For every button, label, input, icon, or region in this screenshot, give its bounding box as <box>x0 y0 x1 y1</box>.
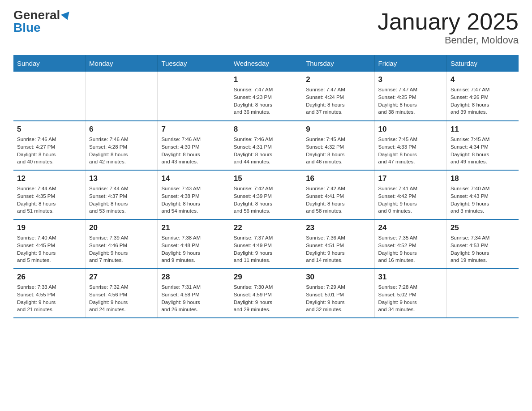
day-number: 30 <box>306 273 370 282</box>
day-info: Sunrise: 7:47 AM Sunset: 4:26 PM Dayligh… <box>450 86 515 116</box>
calendar-cell: 29Sunrise: 7:30 AM Sunset: 4:59 PM Dayli… <box>230 269 302 318</box>
day-number: 11 <box>450 125 515 134</box>
calendar-cell: 18Sunrise: 7:40 AM Sunset: 4:43 PM Dayli… <box>446 170 519 219</box>
calendar-week-row: 19Sunrise: 7:40 AM Sunset: 4:45 PM Dayli… <box>13 219 519 269</box>
day-info: Sunrise: 7:46 AM Sunset: 4:30 PM Dayligh… <box>161 136 226 166</box>
day-number: 6 <box>89 125 154 134</box>
header-day-friday: Friday <box>374 55 446 72</box>
day-number: 5 <box>17 125 82 134</box>
calendar-cell: 30Sunrise: 7:29 AM Sunset: 5:01 PM Dayli… <box>302 269 374 318</box>
day-number: 19 <box>17 223 82 232</box>
calendar-cell: 15Sunrise: 7:42 AM Sunset: 4:39 PM Dayli… <box>230 170 302 219</box>
logo: General Blue <box>13 9 71 34</box>
day-info: Sunrise: 7:37 AM Sunset: 4:49 PM Dayligh… <box>234 234 298 264</box>
day-info: Sunrise: 7:43 AM Sunset: 4:38 PM Dayligh… <box>161 185 226 215</box>
day-info: Sunrise: 7:33 AM Sunset: 4:55 PM Dayligh… <box>17 283 82 313</box>
header-day-saturday: Saturday <box>446 55 519 72</box>
calendar-cell: 17Sunrise: 7:41 AM Sunset: 4:42 PM Dayli… <box>374 170 446 219</box>
day-info: Sunrise: 7:36 AM Sunset: 4:51 PM Dayligh… <box>306 234 370 264</box>
day-number: 25 <box>450 223 515 232</box>
day-number: 29 <box>234 273 298 282</box>
calendar-cell: 12Sunrise: 7:44 AM Sunset: 4:35 PM Dayli… <box>13 170 86 219</box>
day-info: Sunrise: 7:29 AM Sunset: 5:01 PM Dayligh… <box>306 283 370 313</box>
calendar-cell: 31Sunrise: 7:28 AM Sunset: 5:02 PM Dayli… <box>374 269 446 318</box>
calendar-cell: 14Sunrise: 7:43 AM Sunset: 4:38 PM Dayli… <box>158 170 230 219</box>
day-info: Sunrise: 7:47 AM Sunset: 4:24 PM Dayligh… <box>306 86 370 116</box>
calendar-cell: 13Sunrise: 7:44 AM Sunset: 4:37 PM Dayli… <box>86 170 158 219</box>
calendar-week-row: 26Sunrise: 7:33 AM Sunset: 4:55 PM Dayli… <box>13 269 519 318</box>
day-number: 14 <box>161 174 226 183</box>
calendar-cell: 21Sunrise: 7:38 AM Sunset: 4:48 PM Dayli… <box>158 219 230 269</box>
day-info: Sunrise: 7:46 AM Sunset: 4:27 PM Dayligh… <box>17 136 82 166</box>
day-info: Sunrise: 7:38 AM Sunset: 4:48 PM Dayligh… <box>161 234 226 264</box>
calendar-cell: 2Sunrise: 7:47 AM Sunset: 4:24 PM Daylig… <box>302 72 374 121</box>
header-day-monday: Monday <box>86 55 158 72</box>
day-info: Sunrise: 7:35 AM Sunset: 4:52 PM Dayligh… <box>378 234 443 264</box>
day-number: 9 <box>306 125 370 134</box>
day-info: Sunrise: 7:41 AM Sunset: 4:42 PM Dayligh… <box>378 185 443 215</box>
day-info: Sunrise: 7:44 AM Sunset: 4:35 PM Dayligh… <box>17 185 82 215</box>
day-info: Sunrise: 7:40 AM Sunset: 4:45 PM Dayligh… <box>17 234 82 264</box>
calendar-cell: 4Sunrise: 7:47 AM Sunset: 4:26 PM Daylig… <box>446 72 519 121</box>
header-day-wednesday: Wednesday <box>230 55 302 72</box>
day-number: 2 <box>306 75 370 84</box>
day-info: Sunrise: 7:42 AM Sunset: 4:39 PM Dayligh… <box>234 185 298 215</box>
header-day-sunday: Sunday <box>13 55 86 72</box>
calendar-cell <box>86 72 158 121</box>
day-number: 12 <box>17 174 82 183</box>
day-number: 17 <box>378 174 443 183</box>
day-info: Sunrise: 7:40 AM Sunset: 4:43 PM Dayligh… <box>450 185 515 215</box>
day-number: 1 <box>234 75 298 84</box>
calendar-cell <box>13 72 86 121</box>
day-info: Sunrise: 7:32 AM Sunset: 4:56 PM Dayligh… <box>89 283 154 313</box>
calendar-cell: 10Sunrise: 7:45 AM Sunset: 4:33 PM Dayli… <box>374 121 446 170</box>
day-number: 13 <box>89 174 154 183</box>
day-info: Sunrise: 7:39 AM Sunset: 4:46 PM Dayligh… <box>89 234 154 264</box>
page-header: General Blue January 2025 Bender, Moldov… <box>13 9 519 46</box>
calendar-cell: 16Sunrise: 7:42 AM Sunset: 4:41 PM Dayli… <box>302 170 374 219</box>
day-info: Sunrise: 7:47 AM Sunset: 4:25 PM Dayligh… <box>378 86 443 116</box>
calendar-cell <box>446 269 519 318</box>
calendar-header-row: SundayMondayTuesdayWednesdayThursdayFrid… <box>13 55 519 72</box>
calendar-week-row: 5Sunrise: 7:46 AM Sunset: 4:27 PM Daylig… <box>13 121 519 170</box>
calendar-cell: 7Sunrise: 7:46 AM Sunset: 4:30 PM Daylig… <box>158 121 230 170</box>
main-title: January 2025 <box>378 9 519 34</box>
calendar-cell: 3Sunrise: 7:47 AM Sunset: 4:25 PM Daylig… <box>374 72 446 121</box>
day-number: 28 <box>161 273 226 282</box>
calendar-cell: 11Sunrise: 7:45 AM Sunset: 4:34 PM Dayli… <box>446 121 519 170</box>
logo-general-label: General <box>13 8 60 22</box>
day-info: Sunrise: 7:45 AM Sunset: 4:33 PM Dayligh… <box>378 136 443 166</box>
day-number: 21 <box>161 223 226 232</box>
header-day-thursday: Thursday <box>302 55 374 72</box>
day-info: Sunrise: 7:42 AM Sunset: 4:41 PM Dayligh… <box>306 185 370 215</box>
calendar-cell: 25Sunrise: 7:34 AM Sunset: 4:53 PM Dayli… <box>446 219 519 269</box>
day-number: 10 <box>378 125 443 134</box>
day-number: 26 <box>17 273 82 282</box>
day-number: 7 <box>161 125 226 134</box>
calendar-cell: 1Sunrise: 7:47 AM Sunset: 4:23 PM Daylig… <box>230 72 302 121</box>
day-number: 31 <box>378 273 443 282</box>
calendar-cell <box>158 72 230 121</box>
day-info: Sunrise: 7:45 AM Sunset: 4:32 PM Dayligh… <box>306 136 370 166</box>
day-info: Sunrise: 7:34 AM Sunset: 4:53 PM Dayligh… <box>450 234 515 264</box>
day-number: 27 <box>89 273 154 282</box>
day-info: Sunrise: 7:31 AM Sunset: 4:58 PM Dayligh… <box>161 283 226 313</box>
title-block: January 2025 Bender, Moldova <box>378 9 519 46</box>
day-info: Sunrise: 7:47 AM Sunset: 4:23 PM Dayligh… <box>234 86 298 116</box>
calendar-cell: 8Sunrise: 7:46 AM Sunset: 4:31 PM Daylig… <box>230 121 302 170</box>
day-number: 4 <box>450 75 515 84</box>
day-info: Sunrise: 7:46 AM Sunset: 4:31 PM Dayligh… <box>234 136 298 166</box>
calendar-cell: 28Sunrise: 7:31 AM Sunset: 4:58 PM Dayli… <box>158 269 230 318</box>
day-info: Sunrise: 7:46 AM Sunset: 4:28 PM Dayligh… <box>89 136 154 166</box>
calendar-cell: 22Sunrise: 7:37 AM Sunset: 4:49 PM Dayli… <box>230 219 302 269</box>
logo-general-text: General <box>13 9 71 21</box>
header-day-tuesday: Tuesday <box>158 55 230 72</box>
calendar-cell: 20Sunrise: 7:39 AM Sunset: 4:46 PM Dayli… <box>86 219 158 269</box>
subtitle: Bender, Moldova <box>378 34 519 46</box>
day-number: 18 <box>450 174 515 183</box>
calendar-cell: 26Sunrise: 7:33 AM Sunset: 4:55 PM Dayli… <box>13 269 86 318</box>
logo-blue-text: Blue <box>13 21 41 34</box>
calendar-table: SundayMondayTuesdayWednesdayThursdayFrid… <box>13 55 519 318</box>
calendar-cell: 9Sunrise: 7:45 AM Sunset: 4:32 PM Daylig… <box>302 121 374 170</box>
day-number: 15 <box>234 174 298 183</box>
